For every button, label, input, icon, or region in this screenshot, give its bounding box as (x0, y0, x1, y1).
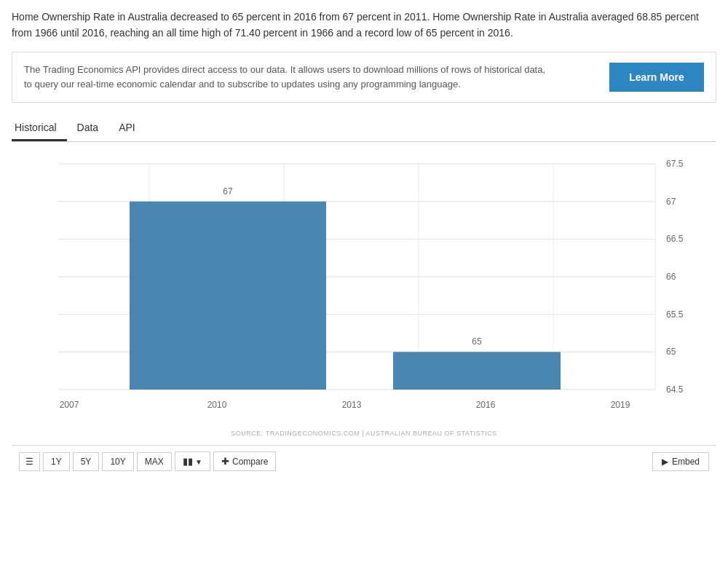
bar-2016 (393, 352, 561, 390)
chart-svg: 67.5 67 66.5 66 65.5 65 64.5 2007 2010 2… (12, 149, 716, 426)
main-container: Home Ownership Rate in Australia decreas… (0, 0, 728, 486)
embed-icon: ▶ (662, 457, 668, 467)
chevron-down-icon: ▼ (195, 458, 202, 466)
x-label-2007: 2007 (60, 400, 79, 410)
y-label-65: 65 (666, 347, 676, 357)
learn-more-button[interactable]: Learn More (609, 63, 704, 92)
range-1y-button[interactable]: 1Y (43, 452, 70, 471)
y-label-67: 67 (666, 197, 676, 207)
tabs-row: Historical Data API (12, 116, 716, 142)
description-text: Home Ownership Rate in Australia decreas… (12, 9, 716, 42)
api-banner: The Trading Economics API provides direc… (12, 52, 716, 103)
chart-area: 67.5 67 66.5 66 65.5 65 64.5 2007 2010 2… (12, 149, 716, 441)
x-label-2016: 2016 (476, 400, 496, 410)
bar-2011-label: 67 (223, 186, 233, 197)
y-label-675: 67.5 (666, 159, 684, 169)
range-max-button[interactable]: MAX (137, 452, 172, 471)
tab-historical[interactable]: Historical (12, 116, 67, 141)
tab-api[interactable]: API (116, 116, 146, 141)
toolbar: ☰ 1Y 5Y 10Y MAX ▮▮ ▼ ✚ Compare ▶ Embed (12, 445, 716, 477)
bar-2016-label: 65 (472, 336, 482, 347)
bar-2011 (130, 202, 326, 390)
y-label-66: 66 (666, 272, 676, 282)
compare-label: Compare (232, 457, 268, 467)
tab-data[interactable]: Data (74, 116, 109, 141)
y-label-645: 64.5 (666, 384, 684, 395)
y-label-655: 65.5 (666, 309, 684, 320)
range-5y-button[interactable]: 5Y (73, 452, 100, 471)
x-label-2019: 2019 (611, 400, 630, 410)
list-icon: ☰ (25, 457, 33, 467)
compare-button[interactable]: ✚ Compare (213, 451, 276, 471)
embed-button[interactable]: ▶ Embed (652, 452, 709, 471)
source-text: SOURCE: TRADINGECONOMICS.COM | AUSTRALIA… (12, 430, 716, 437)
compare-icon: ✚ (221, 456, 229, 467)
bar-chart-icon: ▮▮ (183, 456, 193, 467)
y-label-665: 66.5 (666, 234, 684, 244)
x-label-2010: 2010 (207, 400, 227, 410)
api-banner-text: The Trading Economics API provides direc… (24, 63, 555, 92)
x-label-2013: 2013 (342, 400, 362, 410)
embed-label: Embed (672, 457, 700, 467)
range-10y-button[interactable]: 10Y (102, 452, 133, 471)
chart-type-button[interactable]: ▮▮ ▼ (175, 451, 210, 471)
list-view-button[interactable]: ☰ (19, 452, 40, 471)
